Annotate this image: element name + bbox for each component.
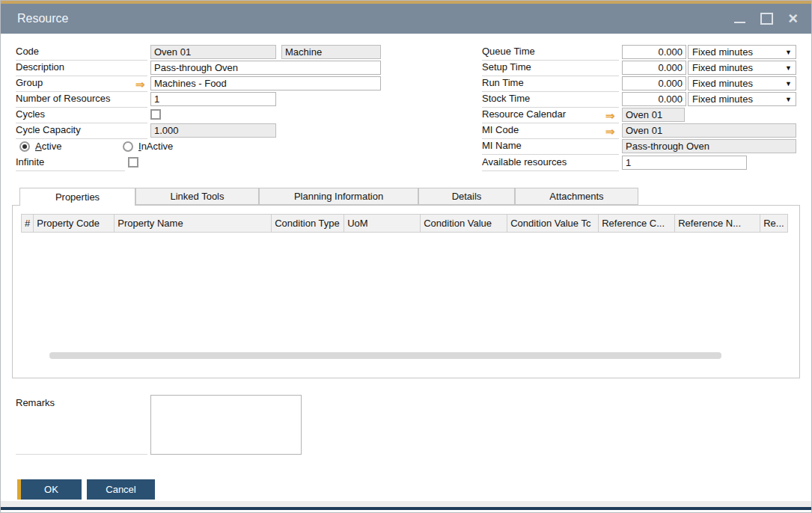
queue-time-unit-value: Fixed minutes — [692, 46, 753, 58]
run-time-unit-value: Fixed minutes — [692, 78, 753, 89]
group-label: Group — [16, 77, 147, 92]
mi-code-field — [622, 123, 796, 138]
tab-planning-information[interactable]: Planning Information — [259, 188, 418, 205]
tab-attachments[interactable]: Attachments — [515, 188, 638, 205]
close-icon[interactable]: × — [788, 11, 798, 26]
run-time-label: Run Time — [482, 77, 619, 92]
run-time-unit-select[interactable]: Fixed minutes ▼ — [688, 76, 796, 90]
mi-code-link-arrow-icon[interactable]: ⇒ — [605, 126, 615, 137]
remarks-label-underline — [16, 454, 147, 455]
footer-strip — [1, 501, 811, 507]
properties-table: #Property CodeProperty NameCondition Typ… — [21, 214, 788, 233]
footer-bar — [1, 507, 811, 510]
active-radio[interactable] — [19, 141, 30, 152]
cancel-button[interactable]: Cancel — [87, 479, 155, 500]
dropdown-arrow-icon: ▼ — [785, 80, 792, 87]
tab-properties[interactable]: Properties — [19, 188, 135, 206]
resource-window: Resource × Code Description Group ⇒ Numb… — [0, 0, 812, 513]
horizontal-scrollbar[interactable] — [49, 352, 721, 359]
resource-calendar-label: Resource Calendar — [482, 108, 619, 123]
number-of-resources-label: Number of Resources — [16, 93, 147, 108]
column-header-3: Condition Type — [272, 215, 344, 233]
column-header-4: UoM — [344, 215, 421, 233]
dropdown-arrow-icon: ▼ — [785, 64, 792, 72]
cycles-label: Cycles — [16, 108, 147, 123]
window-title: Resource — [17, 12, 68, 25]
setup-time-label: Setup Time — [482, 61, 619, 76]
stock-time-label: Stock Time — [482, 93, 619, 108]
description-label: Description — [16, 61, 147, 76]
stock-time-field[interactable] — [622, 92, 686, 106]
infinite-label: Infinite — [16, 156, 125, 171]
cycle-capacity-field — [150, 123, 276, 138]
number-of-resources-field[interactable] — [150, 92, 276, 106]
queue-time-unit-select[interactable]: Fixed minutes ▼ — [688, 45, 796, 59]
resource-type-field — [281, 45, 381, 59]
queue-time-field[interactable] — [622, 45, 686, 59]
active-radio-label[interactable]: Active — [35, 141, 61, 152]
queue-time-label: Queue Time — [482, 46, 619, 61]
tab-details[interactable]: Details — [418, 188, 515, 205]
resource-calendar-field — [622, 108, 685, 122]
column-header-0: # — [22, 215, 34, 233]
inactive-radio-label[interactable]: InActive — [138, 141, 173, 152]
mi-code-label: MI Code — [482, 124, 619, 139]
maximize-icon[interactable] — [760, 13, 773, 25]
setup-time-unit-value: Fixed minutes — [692, 62, 753, 73]
mi-name-label: MI Name — [482, 140, 619, 155]
titlebar: Resource — [1, 4, 811, 34]
stock-time-unit-select[interactable]: Fixed minutes ▼ — [688, 92, 796, 106]
group-link-arrow-icon[interactable]: ⇒ — [135, 79, 145, 90]
column-header-7: Reference C... — [599, 215, 675, 233]
column-header-2: Property Name — [115, 215, 272, 233]
stock-time-unit-value: Fixed minutes — [692, 93, 753, 105]
resource-calendar-link-arrow-icon[interactable]: ⇒ — [605, 110, 615, 121]
code-label: Code — [16, 46, 147, 61]
dropdown-arrow-icon: ▼ — [785, 96, 792, 103]
infinite-checkbox[interactable] — [128, 157, 138, 168]
cycles-checkbox[interactable] — [150, 109, 161, 120]
code-field — [150, 45, 276, 59]
dropdown-arrow-icon: ▼ — [785, 49, 792, 56]
table-header-row: #Property CodeProperty NameCondition Typ… — [22, 215, 788, 233]
available-resources-label: Available resources — [482, 156, 619, 171]
minimize-icon[interactable] — [734, 22, 745, 23]
window-controls: × — [734, 4, 798, 34]
ok-button[interactable]: OK — [17, 479, 82, 500]
remarks-label: Remarks — [16, 397, 147, 412]
column-header-1: Property Code — [34, 215, 115, 233]
inactive-radio[interactable] — [123, 141, 133, 152]
setup-time-field[interactable] — [622, 61, 686, 75]
column-header-6: Condition Value Tc — [507, 215, 599, 233]
cycle-capacity-label: Cycle Capacity — [16, 124, 147, 139]
available-resources-field[interactable] — [622, 156, 747, 170]
tab-linked-tools[interactable]: Linked Tools — [135, 188, 259, 205]
group-field[interactable] — [150, 76, 381, 90]
column-header-5: Condition Value — [421, 215, 507, 233]
setup-time-unit-select[interactable]: Fixed minutes ▼ — [688, 61, 796, 75]
description-field[interactable] — [150, 61, 381, 75]
remarks-textarea[interactable] — [150, 395, 302, 455]
column-header-8: Reference N... — [675, 215, 760, 233]
column-header-9: Re... — [760, 215, 787, 233]
run-time-field[interactable] — [622, 76, 686, 90]
mi-name-field — [622, 139, 796, 153]
